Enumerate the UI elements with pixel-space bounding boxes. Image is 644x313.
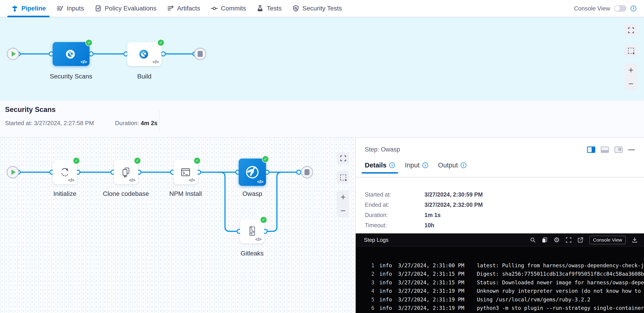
success-badge-icon: ✓ (134, 157, 141, 164)
clone-codebase-icon (119, 165, 133, 179)
step-node-clone-codebase[interactable]: ✓ </> (114, 160, 138, 184)
tab-artifacts[interactable]: Artifacts (162, 0, 206, 17)
console-view-info-icon[interactable]: i (630, 6, 636, 11)
divider (160, 110, 160, 132)
tab-label: Commits (221, 5, 246, 12)
detail-row-timeout: Timeout: 10h (365, 222, 434, 229)
execution-workspace: ✓ </> ✓ </> ✓ </> (0, 138, 644, 313)
code-badge: </> (68, 177, 74, 183)
input-info-icon[interactable]: i (422, 162, 428, 168)
stop-icon (198, 51, 203, 57)
step-node-label: Clone codebase (103, 190, 149, 197)
success-badge-icon: ✓ (262, 156, 269, 163)
tab-commits[interactable]: Commits (206, 0, 251, 17)
step-canvas-select-button[interactable] (337, 171, 349, 184)
pipeline-icon (11, 5, 18, 12)
marquee-select-icon (340, 174, 346, 180)
success-badge-icon: ✓ (73, 157, 80, 164)
tab-input[interactable]: Input i (405, 162, 428, 174)
stage-node-label: Build (137, 73, 152, 80)
console-view-control: Console View i (574, 0, 636, 17)
stage-canvas-fullscreen-button[interactable] (625, 24, 637, 36)
expand-logs-icon[interactable] (566, 237, 572, 243)
stage-duration: Duration: 4m 2s (115, 120, 157, 127)
step-node-label: Gitleaks (240, 250, 264, 257)
success-badge-icon: ✓ (86, 39, 92, 46)
tab-label: Security Tests (302, 5, 342, 12)
step-node-npm-install[interactable]: ✓ </> (174, 160, 198, 184)
search-logs-icon[interactable] (530, 237, 536, 243)
step-canvas-fullscreen-button[interactable] (337, 152, 349, 164)
console-view-button[interactable]: Console View (589, 236, 626, 244)
detail-row-ended-at: Ended at: 3/27/2024, 2:32:00 PM (365, 202, 483, 208)
stage-canvas-select-button[interactable] (625, 44, 637, 57)
security-stage-icon (64, 47, 78, 61)
layout-bottom-panel-icon[interactable] (601, 146, 609, 153)
output-info-icon[interactable]: i (461, 162, 466, 168)
step-graph-canvas[interactable]: ✓ </> ✓ </> ✓ </> (0, 138, 355, 313)
stage-end-node[interactable] (194, 48, 206, 60)
divider (356, 177, 644, 177)
stage-canvas-zoom-controls: + − (625, 63, 637, 90)
step-end-node[interactable] (301, 166, 313, 178)
zoom-in-button[interactable]: + (628, 66, 633, 74)
step-logs-actions: ⚙ Console View (530, 233, 638, 247)
stage-title: Security Scans (5, 106, 56, 114)
success-badge-icon: ✓ (194, 157, 200, 164)
tab-inputs[interactable]: Inputs (51, 0, 89, 17)
play-icon (12, 51, 16, 57)
details-info-icon[interactable]: i (389, 162, 395, 168)
log-line: 2info3/27/2024, 2:31:15 PMDigest: sha256… (356, 270, 644, 279)
stage-graph-edges (0, 17, 644, 100)
stage-node-security-scans[interactable]: ✓ </> (52, 42, 90, 66)
npm-install-terminal-icon (179, 165, 192, 179)
download-logs-icon[interactable] (632, 237, 638, 243)
tab-tests[interactable]: Tests (251, 0, 287, 17)
step-start-node[interactable] (6, 166, 19, 178)
stage-start-node[interactable] (7, 48, 19, 60)
log-line: 1info3/27/2024, 2:31:00 PMlatest: Pullin… (356, 261, 644, 270)
tab-details[interactable]: Details i (365, 162, 395, 174)
step-node-gitleaks[interactable]: ✓ </> (240, 219, 264, 243)
log-settings-gear-icon[interactable]: ⚙ (554, 237, 560, 243)
step-panel-tabs: Details i Input i Output i (365, 162, 466, 174)
tab-pipeline[interactable]: Pipeline (6, 0, 51, 17)
stage-graph-canvas[interactable]: ✓ </> ✓ </> Security Scans Build + − (0, 17, 644, 100)
minimize-panel-button[interactable] (628, 149, 635, 150)
log-line: 3info3/27/2024, 2:31:15 PMStatus: Downlo… (356, 278, 644, 287)
play-icon (12, 169, 16, 175)
step-node-initialize[interactable]: ✓ </> (53, 160, 77, 184)
open-logs-new-tab-icon[interactable] (578, 237, 584, 243)
zoom-out-button[interactable]: − (340, 206, 346, 215)
toggle-knob (614, 6, 620, 11)
tests-icon (256, 5, 264, 12)
detail-row-started-at: Started at: 3/27/2024, 2:30:59 PM (365, 191, 483, 198)
stage-node-label: Security Scans (50, 73, 92, 80)
step-node-owasp[interactable]: ✓ </> (239, 159, 266, 186)
zoom-out-button[interactable]: − (628, 79, 633, 88)
security-tests-icon (292, 5, 300, 12)
tab-label: Artifacts (177, 5, 200, 12)
code-badge: </> (152, 59, 159, 65)
step-logs-header: Step Logs ⚙ (356, 233, 644, 247)
tab-policy-evaluations[interactable]: Policy Evaluations (89, 0, 162, 17)
commits-icon (211, 5, 218, 12)
step-logs-output[interactable]: 1info3/27/2024, 2:31:00 PMlatest: Pullin… (356, 247, 644, 313)
success-badge-icon: ✓ (157, 39, 164, 46)
code-badge: </> (80, 59, 87, 65)
step-node-label: NPM Install (169, 190, 202, 197)
zoom-in-button[interactable]: + (340, 193, 346, 201)
layout-floating-panel-icon[interactable] (614, 146, 622, 153)
console-view-toggle[interactable] (614, 5, 626, 11)
tab-security-tests[interactable]: Security Tests (287, 0, 347, 17)
step-canvas-zoom-controls: + − (337, 190, 349, 218)
fullscreen-icon (340, 155, 346, 162)
stage-started-at: Started at: 3/27/2024, 2:27:58 PM (5, 120, 94, 127)
copy-logs-icon[interactable] (542, 237, 548, 243)
tab-output[interactable]: Output i (438, 162, 466, 174)
layout-right-panel-icon[interactable] (587, 146, 595, 153)
code-badge: </> (189, 177, 195, 183)
stage-node-build[interactable]: ✓ </> (127, 42, 162, 66)
stage-summary-header: Security Scans Started at: 3/27/2024, 2:… (0, 100, 644, 138)
log-line: 5info3/27/2024, 2:31:19 PMUsing /usr/loc… (356, 295, 644, 304)
